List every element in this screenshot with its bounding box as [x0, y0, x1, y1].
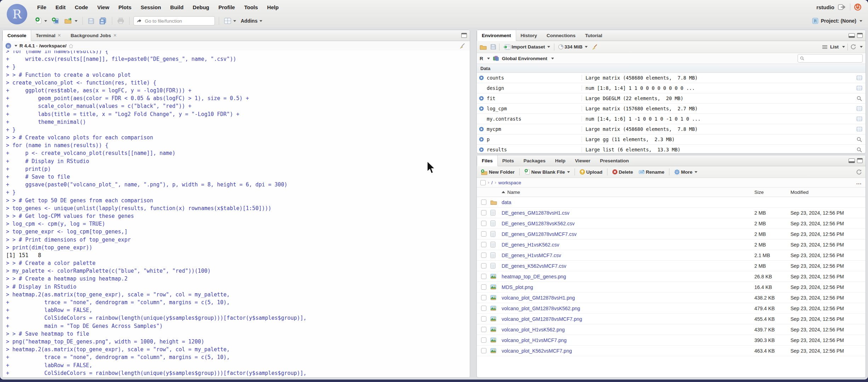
new-folder-button[interactable]: New Folder	[480, 168, 516, 176]
tab-history[interactable]: History	[516, 30, 542, 41]
workspace-panes-button[interactable]	[223, 17, 237, 25]
file-checkbox[interactable]	[481, 274, 486, 279]
view-table-icon[interactable]	[853, 106, 866, 111]
close-tab-icon[interactable]: ✕	[113, 33, 117, 38]
file-row[interactable]: DE_genes_K562vsMCF7.csv2 MBSep 23, 2024,…	[477, 261, 866, 271]
file-row[interactable]: volcano_plot_H1vsK562.png439.7 KBSep 23,…	[477, 324, 866, 335]
file-name-link[interactable]: volcano_plot_GM12878vsMCF7.png	[502, 316, 754, 322]
column-name[interactable]: Name	[502, 190, 754, 195]
environment-search[interactable]	[798, 54, 863, 63]
file-row[interactable]: volcano_plot_GM12878vsK562.png479.4 KBSe…	[477, 303, 866, 314]
env-row[interactable]: log_cpmLarge matrix (157680 elements, 2.…	[477, 104, 866, 114]
menu-session[interactable]: Session	[136, 4, 166, 10]
quit-session-icon[interactable]	[854, 3, 862, 11]
expand-arrow-icon[interactable]	[477, 96, 486, 101]
save-button[interactable]	[87, 17, 96, 25]
file-checkbox[interactable]	[481, 284, 486, 290]
file-checkbox[interactable]	[481, 253, 486, 258]
tab-tutorial[interactable]: Tutorial	[581, 30, 607, 41]
file-name-link[interactable]: heatmap_top_DE_genes.png	[502, 274, 754, 279]
file-name-link[interactable]: DE_genes_K562vsMCF7.csv	[502, 263, 754, 269]
file-row[interactable]: data	[477, 197, 866, 208]
project-menu[interactable]: Project: (None)	[821, 18, 856, 24]
expand-arrow-icon[interactable]	[477, 137, 486, 142]
env-row[interactable]: countsLarge matrix (458680 elements, 7.8…	[477, 73, 866, 83]
view-table-icon[interactable]	[853, 116, 866, 121]
file-row[interactable]: volcano_plot_GM12878vsMCF7.png455.4 KBSe…	[477, 314, 866, 324]
file-name-link[interactable]: volcano_plot_H1vsMCF7.png	[502, 337, 754, 343]
inspect-object-icon[interactable]	[853, 137, 866, 142]
upload-button[interactable]: Upload	[578, 168, 604, 175]
file-row[interactable]: volcano_plot_GM12878vsH1.png438.2 KBSep …	[477, 293, 866, 303]
file-name-link[interactable]: data	[502, 199, 754, 205]
file-name-link[interactable]: volcano_plot_K562vsMCF7.png	[502, 348, 754, 354]
r-version-icon[interactable]: R	[5, 43, 11, 49]
env-row[interactable]: mycpmLarge matrix (458680 elements, 7.8 …	[477, 124, 866, 134]
file-row[interactable]: MDS_plot.png16.4 KBSep 23, 2024, 12:56 P…	[477, 282, 866, 293]
menu-edit[interactable]: Edit	[51, 4, 70, 10]
env-row[interactable]: fitLarge DGEGLM (22 elements, 20 MB)	[477, 93, 866, 104]
menu-file[interactable]: File	[33, 4, 51, 10]
tab-plots[interactable]: Plots	[498, 155, 519, 166]
file-row[interactable]: DE_genes_H1vsK562.csv2 MBSep 23, 2024, 1…	[477, 239, 866, 250]
env-row[interactable]: pLarge gg (11 elements, 2.3 MB)	[477, 134, 866, 145]
file-checkbox[interactable]	[481, 316, 486, 322]
menu-build[interactable]: Build	[166, 4, 188, 10]
save-workspace-icon[interactable]	[490, 44, 496, 50]
inspect-object-icon[interactable]	[853, 147, 866, 152]
tab-packages[interactable]: Packages	[519, 155, 550, 166]
file-row[interactable]: DE_genes_GM12878vsK562.csv2 MBSep 23, 20…	[477, 218, 866, 229]
file-name-link[interactable]: DE_genes_GM12878vsMCF7.csv	[502, 231, 754, 237]
select-all-checkbox[interactable]	[480, 180, 486, 185]
load-workspace-icon[interactable]	[480, 44, 487, 50]
file-name-link[interactable]: DE_genes_H1vsMCF7.csv	[502, 253, 754, 258]
file-checkbox[interactable]	[481, 199, 486, 205]
language-selector[interactable]: R	[480, 56, 483, 61]
file-checkbox[interactable]	[481, 210, 486, 215]
sign-out-icon[interactable]	[838, 4, 846, 10]
file-checkbox[interactable]	[481, 306, 486, 311]
tab-background-jobs[interactable]: Background Jobs✕	[66, 30, 122, 41]
view-table-icon[interactable]	[853, 127, 866, 132]
goto-file-search[interactable]	[133, 16, 215, 25]
memory-usage-button[interactable]: 334 MiB	[557, 44, 589, 50]
tab-console[interactable]: Console	[2, 30, 31, 41]
environment-selector[interactable]: Global Environment	[502, 56, 547, 61]
env-row[interactable]: designnum [1:8, 1:4] 1 1 0 0 0 0 0 0 0 0…	[477, 83, 866, 93]
inspect-object-icon[interactable]	[853, 96, 866, 101]
console-output[interactable]: > for (name in names(results)) {+ write.…	[2, 51, 470, 377]
delete-button[interactable]: Delete	[611, 168, 634, 175]
file-checkbox[interactable]	[481, 348, 486, 353]
file-name-link[interactable]: DE_genes_GM12878vsH1.csv	[502, 210, 754, 216]
menu-profile[interactable]: Profile	[214, 4, 240, 10]
column-modified[interactable]: Modified	[790, 190, 866, 195]
file-row[interactable]: volcano_plot_H1vsMCF7.png390.3 KBSep 23,…	[477, 335, 866, 346]
file-row[interactable]: volcano_plot_K562vsMCF7.png463.4 KBSep 2…	[477, 346, 866, 356]
expand-arrow-icon[interactable]	[477, 147, 486, 152]
goto-file-input[interactable]	[144, 18, 202, 24]
tab-presentation[interactable]: Presentation	[595, 155, 634, 166]
env-row[interactable]: my.contrastsnum [1:4, 1:6] 1 -1 0 0 1 0 …	[477, 114, 866, 124]
menu-tools[interactable]: Tools	[240, 4, 263, 10]
tab-help[interactable]: Help	[550, 155, 570, 166]
file-checkbox[interactable]	[481, 337, 486, 343]
file-row[interactable]: DE_genes_H1vsMCF7.csv2.1 MBSep 23, 2024,…	[477, 250, 866, 261]
view-table-icon[interactable]	[853, 75, 866, 80]
tab-connections[interactable]: Connections	[542, 30, 581, 41]
file-checkbox[interactable]	[481, 263, 486, 268]
view-mode-button[interactable]: List	[830, 44, 839, 50]
menu-plots[interactable]: Plots	[114, 4, 136, 10]
env-row[interactable]: resultsLarge list (6 elements, 13.3 MB)	[477, 145, 866, 154]
file-checkbox[interactable]	[481, 231, 486, 237]
chevron-down-icon[interactable]	[15, 45, 17, 47]
file-checkbox[interactable]	[481, 242, 486, 247]
menu-view[interactable]: View	[93, 4, 114, 10]
save-all-button[interactable]	[98, 17, 108, 25]
tab-viewer[interactable]: Viewer	[570, 155, 595, 166]
file-row[interactable]: DE_genes_GM12878vsH1.csv2 MBSep 23, 2024…	[477, 208, 866, 218]
new-project-button[interactable]	[51, 16, 61, 25]
path-options-button[interactable]: …	[856, 179, 862, 186]
file-name-link[interactable]: DE_genes_H1vsK562.csv	[502, 242, 754, 248]
file-name-link[interactable]: volcano_plot_GM12878vsH1.png	[502, 295, 754, 301]
import-dataset-button[interactable]: Import Dataset	[502, 44, 551, 51]
